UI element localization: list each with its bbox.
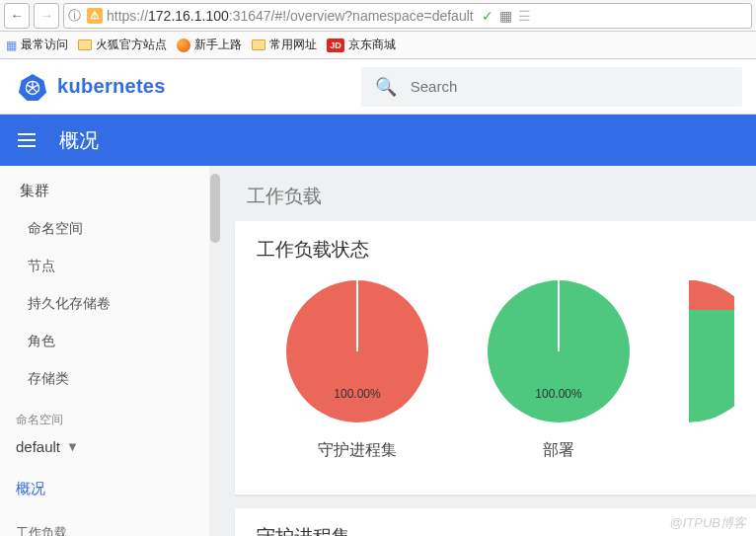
info-icon: ⓘ (68, 7, 81, 25)
page-title-bar: 概况 (0, 115, 756, 166)
sidebar-header-cluster: 集群 (0, 166, 221, 210)
pie-percentage: 100.00% (535, 387, 581, 401)
pie-deployments: 100.00% 部署 (488, 280, 630, 461)
bookmark-firefox-site[interactable]: 火狐官方站点 (78, 37, 167, 53)
pie-partial: 13 (689, 280, 734, 461)
card-workload-status: 工作负载状态 100.00% 守护进程集 100.00% (235, 221, 756, 495)
sidebar-item-storageclasses[interactable]: 存储类 (0, 360, 221, 398)
folder-icon (78, 39, 92, 50)
pie-row: 100.00% 守护进程集 100.00% 部署 (257, 276, 734, 479)
search-input[interactable] (411, 78, 728, 95)
sidebar-item-pv[interactable]: 持久化存储卷 (0, 285, 221, 323)
sidebar-scrollbar[interactable] (209, 166, 221, 536)
folder-icon (252, 39, 265, 50)
main-layout: 集群 命名空间 节点 持久化存储卷 角色 存储类 命名空间 default ▼ … (0, 166, 756, 536)
pie-chart: 100.00% (286, 280, 428, 422)
bookmark-most-visited[interactable]: ▦最常访问 (6, 37, 68, 53)
chevron-down-icon: ▼ (66, 439, 79, 454)
reader-icon[interactable]: ☰ (518, 8, 531, 24)
pie-chart: 100.00% (488, 280, 630, 422)
grid-icon: ▦ (6, 38, 17, 52)
sidebar-item-namespaces[interactable]: 命名空间 (0, 210, 221, 248)
shield-icon[interactable]: ✓ (482, 8, 493, 24)
firefox-icon (177, 38, 190, 52)
brand[interactable]: kubernetes (0, 72, 184, 102)
menu-icon[interactable] (18, 133, 36, 147)
pie-caption: 部署 (543, 440, 574, 461)
bookmark-common-urls[interactable]: 常用网址 (252, 37, 317, 53)
qr-icon[interactable]: ▦ (499, 8, 512, 24)
app-header: kubernetes 🔍 (0, 59, 756, 115)
pie-daemonsets: 100.00% 守护进程集 (286, 280, 428, 461)
page-title: 概况 (59, 127, 99, 154)
sidebar-item-overview[interactable]: 概况 (0, 465, 221, 512)
bookmark-jd-mall[interactable]: JD京东商城 (327, 37, 396, 53)
search-icon: 🔍 (375, 76, 397, 98)
content-area: 工作负载 工作负载状态 100.00% 守护进程集 10 (221, 166, 756, 536)
url-bar[interactable]: ⓘ ⚠ https://172.16.1.100:31647/#!/overvi… (63, 3, 752, 29)
card-title: 工作负载状态 (257, 237, 734, 263)
lock-warning-icon: ⚠ (87, 8, 103, 24)
jd-icon: JD (327, 38, 344, 52)
brand-text: kubernetes (57, 75, 166, 98)
sidebar-item-nodes[interactable]: 节点 (0, 248, 221, 285)
search-box[interactable]: 🔍 (361, 67, 742, 107)
pie-chart: 13 (689, 280, 734, 422)
namespace-value: default (16, 438, 60, 455)
nav-back-button[interactable]: ← (4, 3, 30, 29)
kubernetes-logo-icon (18, 72, 47, 102)
browser-toolbar: ← → ⓘ ⚠ https://172.16.1.100:31647/#!/ov… (0, 0, 756, 32)
url-right-icons: ✓ ▦ ☰ (474, 8, 531, 24)
pie-caption: 守护进程集 (318, 440, 397, 461)
scrollbar-thumb[interactable] (210, 174, 220, 243)
pie-percentage: 100.00% (334, 387, 380, 401)
card-title: 守护进程集 (257, 524, 734, 536)
sidebar-item-workloads[interactable]: 工作负载 (0, 512, 221, 536)
namespace-selector[interactable]: default ▼ (0, 432, 221, 465)
sidebar-section-namespace: 命名空间 (0, 398, 221, 432)
sidebar-item-roles[interactable]: 角色 (0, 323, 221, 360)
sidebar: 集群 命名空间 节点 持久化存储卷 角色 存储类 命名空间 default ▼ … (0, 166, 221, 536)
watermark: @ITPUB博客 (670, 514, 746, 532)
nav-forward-button[interactable]: → (34, 3, 59, 29)
url-text: https://172.16.1.100:31647/#!/overview?n… (107, 8, 474, 24)
bookmarks-bar: ▦最常访问 火狐官方站点 新手上路 常用网址 JD京东商城 (0, 32, 756, 59)
bookmark-getting-started[interactable]: 新手上路 (177, 37, 242, 53)
section-title-workloads: 工作负载 (221, 166, 756, 221)
